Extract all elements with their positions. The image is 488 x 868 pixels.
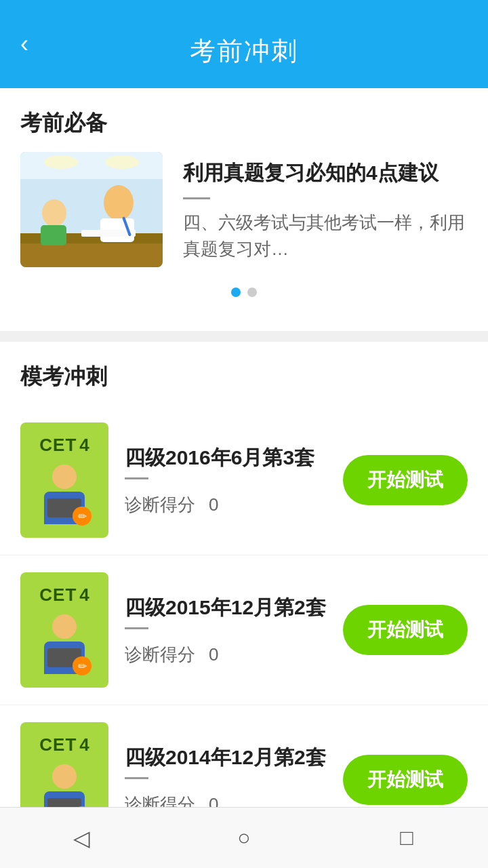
section-divider (0, 331, 488, 342)
pencil-icon: ✏ (73, 507, 92, 526)
page-title: 考前冲刺 (190, 34, 298, 68)
start-test-btn-3[interactable]: 开始测试 (343, 755, 468, 805)
test-item-2: CET 4 ✏ 四级2015年12月第2套 诊断得分 0 开始测试 (0, 555, 488, 705)
person-head-3 (52, 764, 77, 789)
cet-label-2: CET (39, 585, 77, 606)
dots-indicator (0, 281, 488, 311)
test-name-2: 四级2015年12月第2套 (125, 594, 327, 622)
pencil-icon-2: ✏ (73, 656, 92, 675)
cet-label-1: CET (39, 435, 77, 456)
cet-badge-1: CET 4 ✏ (20, 422, 108, 538)
test-score-row-1: 诊断得分 0 (125, 493, 327, 517)
nav-home-button[interactable]: ○ (217, 811, 271, 865)
article-content: 利用真题复习必知的4点建议 四、六级考试与其他考试一样，利用真题复习对… (183, 152, 468, 262)
person-head-2 (52, 614, 77, 639)
cet-badge-2: CET 4 ✏ (20, 572, 108, 688)
test-name-divider-2 (125, 627, 148, 629)
mock-section-title: 模考冲刺 (0, 342, 488, 406)
start-test-btn-1[interactable]: 开始测试 (343, 455, 468, 505)
svg-point-8 (104, 185, 134, 220)
test-info-3: 四级2014年12月第2套 诊断得分 0 (125, 744, 327, 816)
svg-rect-5 (20, 243, 163, 267)
person-head (52, 465, 77, 489)
bottom-navigation: ◁ ○ □ (0, 807, 488, 868)
score-label-1: 诊断得分 (125, 493, 195, 517)
cet-person-icon-2: ✏ (37, 614, 92, 674)
pre-exam-title: 考前必备 (0, 88, 488, 152)
svg-point-6 (42, 199, 66, 226)
svg-point-3 (105, 155, 139, 169)
nav-recent-button[interactable]: □ (380, 811, 434, 865)
article-image-bg (20, 152, 163, 267)
article-description: 四、六级考试与其他考试一样，利用真题复习对… (183, 210, 468, 262)
cet-person-icon-1: ✏ (37, 465, 92, 524)
test-score-row-2: 诊断得分 0 (125, 643, 327, 667)
svg-rect-7 (41, 225, 66, 245)
article-illustration (20, 152, 163, 267)
mock-section: 模考冲刺 CET 4 ✏ 四级2016年6月第3套 诊断得分 0 开始测 (0, 342, 488, 868)
cet-level-1: 4 (79, 435, 89, 456)
start-test-btn-2[interactable]: 开始测试 (343, 605, 468, 655)
header: ‹ 考前冲刺 (0, 0, 488, 88)
article-divider (183, 197, 210, 199)
svg-point-2 (44, 155, 78, 169)
test-name-divider-3 (125, 777, 148, 779)
test-item: CET 4 ✏ 四级2016年6月第3套 诊断得分 0 开始测试 (0, 406, 488, 555)
test-name-3: 四级2014年12月第2套 (125, 744, 327, 772)
article-card[interactable]: 利用真题复习必知的4点建议 四、六级考试与其他考试一样，利用真题复习对… (0, 152, 488, 281)
dot-active (231, 288, 241, 297)
cet-label-3: CET (39, 734, 77, 755)
dot-inactive (247, 288, 257, 297)
test-info-2: 四级2015年12月第2套 诊断得分 0 (125, 594, 327, 667)
test-name-1: 四级2016年6月第3套 (125, 444, 327, 472)
score-label-2: 诊断得分 (125, 643, 195, 667)
score-value-1: 0 (209, 494, 218, 515)
article-image (20, 152, 163, 267)
cet-level-3: 4 (79, 734, 89, 755)
test-info-1: 四级2016年6月第3套 诊断得分 0 (125, 444, 327, 517)
svg-rect-1 (20, 152, 163, 179)
test-name-divider (125, 477, 148, 479)
nav-back-button[interactable]: ◁ (54, 811, 108, 865)
pre-exam-section: 考前必备 (0, 88, 488, 331)
back-button[interactable]: ‹ (20, 30, 28, 58)
cet-level-2: 4 (79, 585, 89, 606)
score-value-2: 0 (209, 644, 218, 665)
article-title: 利用真题复习必知的4点建议 (183, 159, 468, 187)
